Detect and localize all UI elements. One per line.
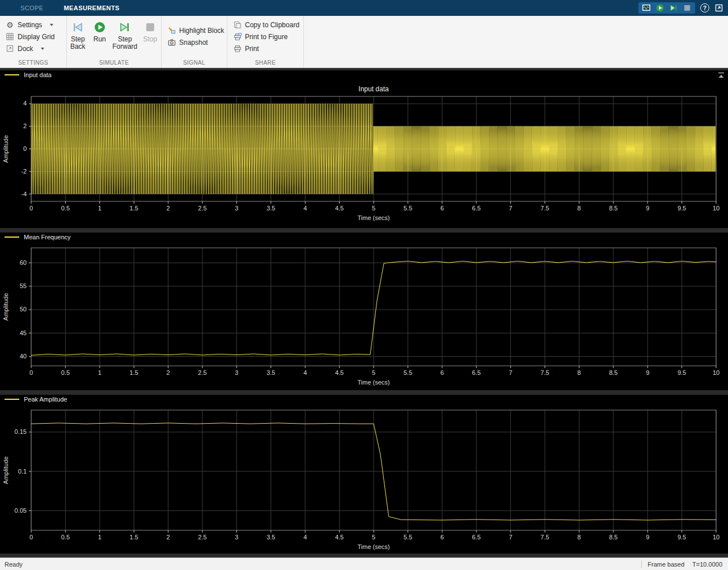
dock-button[interactable]: Dock (3, 43, 57, 54)
chevron-down-icon (50, 24, 53, 26)
panel-mean-frequency: Mean Frequency 00.511.522.533.544.555.56… (0, 233, 728, 390)
statusbar: Ready Frame based T=10.0000 (0, 558, 728, 570)
display-grid-label: Display Grid (18, 33, 54, 41)
svg-text:8.5: 8.5 (609, 205, 617, 212)
svg-text:2.5: 2.5 (198, 369, 206, 376)
copy-to-clipboard-label: Copy to Clipboard (245, 21, 299, 29)
svg-text:4.5: 4.5 (335, 205, 344, 212)
svg-text:7.5: 7.5 (540, 534, 549, 541)
svg-text:7: 7 (509, 369, 513, 376)
chevron-down-icon (41, 48, 44, 50)
dock-icon (6, 44, 14, 53)
stop-label: Stop (143, 36, 157, 43)
svg-text:4: 4 (303, 534, 307, 541)
tab-scope[interactable]: SCOPE (10, 0, 54, 16)
group-label-simulate: SIMULATE (68, 59, 160, 67)
svg-text:6.5: 6.5 (472, 369, 481, 376)
highlight-block-button[interactable]: Highlight Block (165, 25, 226, 36)
legend-label: Mean Frequency (24, 234, 71, 240)
run-icon[interactable] (655, 3, 664, 12)
step-forward-button[interactable]: Step Forward (112, 17, 138, 59)
help-icon[interactable]: ? (700, 3, 709, 12)
svg-text:3: 3 (235, 534, 238, 541)
svg-text:50: 50 (20, 306, 27, 313)
stop-button[interactable]: Stop (141, 17, 160, 59)
svg-text:45: 45 (20, 330, 27, 336)
legend-label: Peak Amplitude (24, 396, 67, 403)
legend-input-data[interactable]: Input data (0, 70, 728, 79)
svg-text:0.15: 0.15 (15, 428, 27, 435)
scope-display-icon[interactable] (642, 3, 651, 12)
svg-text:Input data: Input data (358, 85, 389, 93)
svg-text:Time (secs): Time (secs) (357, 543, 390, 550)
simulation-time-text: T=10.0000 (692, 561, 722, 568)
run-button[interactable]: Run (90, 17, 109, 59)
svg-text:7: 7 (509, 534, 513, 541)
peak-amplitude-plot: 00.511.522.533.544.555.566.577.588.599.5… (0, 404, 728, 554)
print-button[interactable]: Print (231, 43, 302, 54)
svg-text:8.5: 8.5 (609, 369, 617, 376)
statusbar-right: Frame based T=10.0000 (636, 558, 728, 570)
run-icon (94, 21, 106, 33)
mean-frequency-plot: 00.511.522.533.544.555.566.577.588.599.5… (0, 242, 728, 390)
svg-text:8: 8 (577, 534, 581, 541)
svg-text:55: 55 (20, 282, 27, 289)
display-grid-button[interactable]: Display Grid (3, 31, 57, 42)
toolstrip-tabs: SCOPE MEASUREMENTS (10, 0, 130, 16)
copy-to-clipboard-button[interactable]: Copy to Clipboard (231, 19, 302, 30)
svg-text:3: 3 (235, 205, 238, 212)
legend-mean-frequency[interactable]: Mean Frequency (0, 233, 728, 242)
svg-text:9: 9 (646, 205, 649, 212)
svg-text:9.5: 9.5 (678, 205, 686, 212)
svg-text:4: 4 (303, 369, 307, 376)
svg-text:8: 8 (577, 369, 581, 376)
tab-measurements[interactable]: MEASUREMENTS (54, 0, 130, 16)
run-label: Run (94, 36, 106, 43)
collapse-toolstrip-icon[interactable] (717, 71, 725, 78)
svg-text:0.5: 0.5 (61, 205, 70, 212)
gear-icon: ⚙ (6, 20, 14, 29)
svg-text:Amplitude: Amplitude (2, 293, 9, 321)
print-to-figure-button[interactable]: Print to Figure (231, 31, 302, 42)
panel-peak-amplitude: Peak Amplitude 00.511.522.533.544.555.56… (0, 395, 728, 554)
svg-text:4.5: 4.5 (335, 534, 344, 541)
svg-text:7.5: 7.5 (540, 369, 549, 376)
svg-text:5: 5 (372, 534, 375, 541)
svg-text:2: 2 (167, 205, 170, 212)
legend-line-icon (5, 399, 19, 400)
svg-text:-2: -2 (21, 168, 27, 175)
svg-text:Time (secs): Time (secs) (357, 214, 390, 221)
svg-text:6.5: 6.5 (472, 534, 481, 541)
frame-mode-text: Frame based (647, 561, 684, 568)
svg-text:0.5: 0.5 (61, 369, 70, 376)
step-back-button[interactable]: Step Back (68, 17, 87, 59)
svg-text:1: 1 (98, 534, 101, 541)
snapshot-button[interactable]: Snapshot (165, 37, 226, 48)
quick-access-toolbar: ? (638, 0, 723, 16)
dock-label: Dock (18, 45, 33, 53)
svg-text:5.5: 5.5 (404, 205, 412, 212)
svg-text:6.5: 6.5 (472, 205, 481, 212)
highlight-block-icon (167, 26, 176, 35)
step-forward-icon[interactable] (669, 3, 678, 12)
status-text: Ready (5, 561, 23, 568)
svg-text:9.5: 9.5 (678, 534, 686, 541)
dock-icon[interactable] (714, 3, 723, 12)
step-back-icon (71, 21, 84, 33)
legend-peak-amplitude[interactable]: Peak Amplitude (0, 395, 728, 404)
display-grid-icon (6, 32, 14, 41)
svg-text:3: 3 (235, 369, 238, 376)
svg-text:9: 9 (646, 534, 649, 541)
settings-button[interactable]: ⚙ Settings (3, 19, 57, 30)
svg-text:9.5: 9.5 (678, 369, 686, 376)
svg-text:60: 60 (20, 259, 27, 266)
svg-text:10: 10 (713, 205, 719, 212)
svg-text:8.5: 8.5 (609, 534, 617, 541)
stop-icon (144, 21, 156, 33)
svg-text:1: 1 (98, 369, 101, 376)
legend-line-icon (5, 74, 19, 75)
svg-text:9: 9 (646, 369, 649, 376)
svg-text:1: 1 (98, 205, 101, 212)
stop-icon[interactable] (683, 3, 692, 12)
ribbon-spacer (304, 16, 728, 67)
